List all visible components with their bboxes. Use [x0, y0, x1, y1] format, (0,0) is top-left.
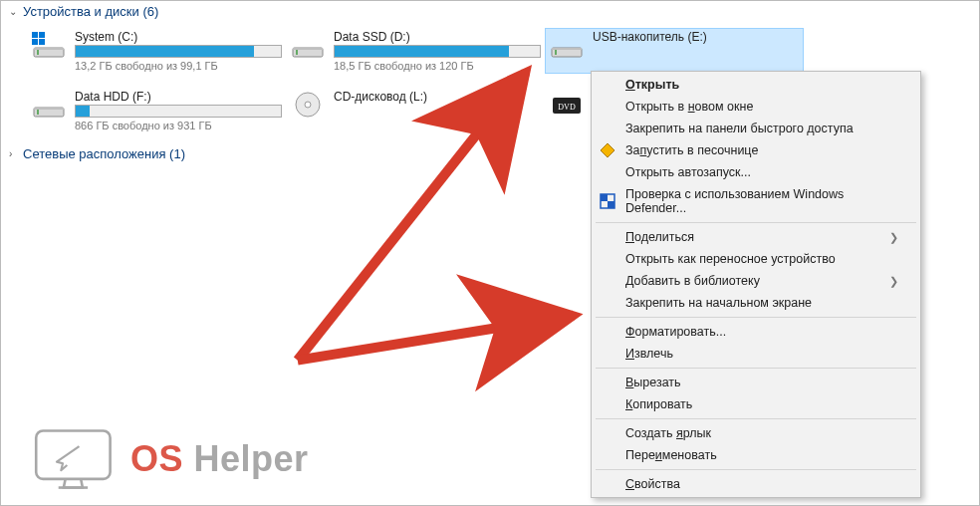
svg-line-25 — [298, 316, 574, 361]
drive-name: USB-накопитель (E:) — [593, 30, 800, 44]
drive-name: Data SSD (D:) — [334, 30, 541, 44]
drive-icon — [290, 90, 326, 120]
menu-item-label: Открыть автозапуск... — [625, 165, 751, 179]
menu-item[interactable]: Форматировать... — [594, 321, 918, 343]
drive-free-text: 18,5 ГБ свободно из 120 ГБ — [334, 60, 541, 72]
menu-item[interactable]: Копировать — [594, 393, 918, 415]
menu-item-label: Открыть — [625, 78, 679, 92]
svg-rect-15 — [34, 108, 64, 110]
menu-item[interactable]: Открыть в новом окне — [594, 96, 918, 118]
chevron-down-icon: ⌄ — [9, 6, 19, 17]
menu-item[interactable]: Открыть автозапуск... — [594, 161, 918, 183]
menu-item-label: Вырезать — [625, 376, 681, 389]
menu-item[interactable]: Открыть как переносное устройство — [594, 248, 918, 270]
chevron-right-icon: ❯ — [889, 275, 898, 288]
svg-rect-22 — [601, 194, 608, 201]
chevron-right-icon: ❯ — [889, 231, 898, 244]
menu-item-label: Создать ярлык — [625, 426, 711, 440]
menu-item-label: Форматировать... — [625, 325, 726, 339]
drive-name: Data HDD (F:) — [75, 90, 282, 104]
menu-item-label: Закрепить на панели быстрого доступа — [625, 122, 854, 135]
svg-marker-20 — [601, 143, 614, 157]
menu-item-label: Запустить в песочнице — [625, 143, 758, 157]
svg-point-17 — [305, 102, 311, 108]
drive-icon: DVD — [549, 90, 585, 120]
menu-separator — [596, 418, 916, 419]
menu-item-label: Добавить в библиотеку — [625, 274, 760, 288]
svg-rect-5 — [37, 50, 39, 55]
drive-icon — [31, 30, 67, 60]
svg-rect-23 — [608, 201, 614, 208]
context-menu: ОткрытьОткрыть в новом окнеЗакрепить на … — [591, 71, 921, 498]
sandbox-icon — [600, 142, 615, 158]
capacity-bar — [334, 45, 541, 58]
menu-item-label: Открыть в новом окне — [625, 100, 753, 114]
menu-item-label: Открыть как переносное устройство — [625, 252, 836, 266]
svg-rect-12 — [552, 48, 582, 50]
section-header-drives[interactable]: ⌄ Устройства и диски (6) — [1, 1, 979, 22]
drive-name: System (C:) — [75, 30, 282, 44]
menu-item-label: Закрепить на начальном экране — [625, 296, 812, 310]
menu-item[interactable]: Извлечь — [594, 343, 918, 365]
menu-item-label: Поделиться — [625, 230, 694, 244]
drive-item[interactable]: USB-накопитель (E:) — [545, 28, 804, 74]
drive-icon — [31, 90, 67, 120]
defender-icon — [600, 193, 615, 209]
capacity-bar — [75, 45, 282, 58]
svg-rect-9 — [293, 48, 323, 50]
svg-rect-11 — [555, 50, 557, 55]
section-title: Устройства и диски (6) — [23, 4, 158, 19]
drive-item[interactable]: CD-дисковод (L:) — [286, 88, 545, 133]
menu-item-label: Свойства — [625, 477, 680, 491]
menu-separator — [596, 368, 916, 369]
drive-free-text: 866 ГБ свободно из 931 ГБ — [75, 120, 282, 131]
watermark-logo: OS Helper — [31, 427, 309, 491]
menu-item[interactable]: Открыть — [594, 74, 918, 96]
drive-item[interactable]: Data HDD (F:)866 ГБ свободно из 931 ГБ — [27, 88, 286, 133]
menu-item[interactable]: Переименовать — [594, 444, 918, 466]
menu-separator — [596, 222, 916, 223]
menu-item-label: Переименовать — [625, 448, 717, 462]
menu-item-label: Извлечь — [625, 347, 673, 361]
svg-rect-2 — [32, 39, 38, 45]
drive-icon — [290, 30, 326, 60]
svg-text:DVD: DVD — [558, 103, 576, 112]
menu-item[interactable]: Создать ярлык — [594, 422, 918, 444]
svg-rect-26 — [36, 430, 110, 478]
svg-rect-3 — [39, 39, 45, 45]
menu-separator — [596, 317, 916, 318]
svg-rect-8 — [296, 50, 298, 55]
menu-item[interactable]: Закрепить на панели быстрого доступа — [594, 118, 918, 139]
svg-rect-6 — [34, 48, 64, 50]
drive-icon — [549, 30, 585, 60]
monitor-icon — [31, 427, 121, 491]
menu-separator — [596, 469, 916, 470]
menu-item[interactable]: Проверка с использованием Windows Defend… — [594, 183, 918, 219]
capacity-bar — [75, 105, 282, 118]
menu-item[interactable]: Добавить в библиотеку❯ — [594, 270, 918, 292]
menu-item[interactable]: Поделиться❯ — [594, 226, 918, 248]
drive-item[interactable]: Data SSD (D:)18,5 ГБ свободно из 120 ГБ — [286, 28, 545, 74]
logo-text-os: OS — [130, 438, 183, 479]
drive-item[interactable]: System (C:)13,2 ГБ свободно из 99,1 ГБ — [27, 28, 286, 74]
section-title: Сетевые расположения (1) — [23, 146, 185, 161]
drive-name: CD-дисковод (L:) — [334, 90, 541, 104]
menu-item[interactable]: Вырезать — [594, 372, 918, 393]
menu-item[interactable]: Закрепить на начальном экране — [594, 292, 918, 314]
menu-item[interactable]: Свойства — [594, 473, 918, 495]
svg-rect-14 — [37, 110, 39, 115]
drive-free-text: 13,2 ГБ свободно из 99,1 ГБ — [75, 60, 282, 72]
menu-item[interactable]: Запустить в песочнице — [594, 139, 918, 161]
menu-item-label: Копировать — [625, 397, 692, 411]
svg-rect-1 — [39, 32, 45, 38]
chevron-right-icon: › — [9, 148, 19, 159]
logo-text-helper: Helper — [194, 438, 309, 479]
svg-rect-0 — [32, 32, 38, 38]
menu-item-label: Проверка с использованием Windows Defend… — [625, 187, 898, 215]
